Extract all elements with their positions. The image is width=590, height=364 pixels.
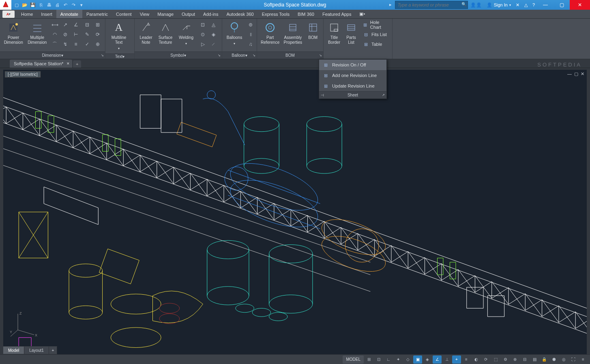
- close-button[interactable]: ✕: [570, 0, 590, 10]
- isolate-icon[interactable]: ◎: [559, 355, 568, 364]
- panel-dimension-label[interactable]: Dimension ▾↘: [0, 51, 105, 59]
- vp-maximize-icon[interactable]: ▢: [574, 71, 578, 77]
- baseline-dim-icon[interactable]: ≡: [71, 40, 81, 49]
- hardware-accel-icon[interactable]: ⬢: [549, 355, 558, 364]
- surface-texture-button[interactable]: Surface Texture: [157, 20, 174, 46]
- minimize-button[interactable]: —: [537, 0, 554, 10]
- layout-tab-model[interactable]: Model: [3, 347, 24, 354]
- sheet-dropdown-footer[interactable]: ⊣Sheet↗: [319, 91, 386, 98]
- app-logo[interactable]: [0, 0, 11, 10]
- title-border-button[interactable]: Title Border: [326, 20, 342, 46]
- plot-icon[interactable]: 🖶: [45, 1, 53, 9]
- ortho-icon[interactable]: ∟: [384, 355, 393, 364]
- balloons-button[interactable]: Balloons▾: [225, 20, 244, 47]
- save-icon[interactable]: 💾: [29, 1, 36, 9]
- search-icon[interactable]: 🔍: [461, 2, 466, 6]
- hole-chart-button[interactable]: ⊞Hole Chart: [360, 20, 390, 29]
- part-reference-button[interactable]: Part Reference: [260, 20, 281, 46]
- menu-plugin-icon[interactable]: ▣•: [355, 10, 369, 18]
- panel-text-label[interactable]: Text ▾: [105, 54, 134, 59]
- power-dimension-button[interactable]: Power Dimension: [2, 20, 25, 46]
- vp-minimize-icon[interactable]: —: [567, 71, 572, 77]
- quickprops-icon[interactable]: ▤: [530, 355, 539, 364]
- cleanscreen-icon[interactable]: ⛶: [569, 355, 578, 364]
- search-go-icon[interactable]: ▸: [389, 2, 392, 7]
- menu-content[interactable]: Content: [112, 10, 136, 18]
- edge-icon[interactable]: ⟋: [208, 40, 218, 49]
- print-icon[interactable]: 🖨: [54, 1, 61, 9]
- search-input[interactable]: [395, 1, 468, 9]
- panel-balloon-label[interactable]: Balloon ▾↘: [222, 51, 257, 59]
- anno-monitor-icon[interactable]: ⊕: [511, 355, 519, 364]
- jog-dim-icon[interactable]: ↯: [60, 40, 70, 49]
- menu-home[interactable]: Home: [17, 10, 37, 18]
- vp-close-icon[interactable]: ✕: [581, 71, 584, 77]
- menu-insert[interactable]: Insert: [37, 10, 56, 18]
- leader-note-button[interactable]: A Leader Note: [137, 20, 155, 46]
- balloon-collect-icon[interactable]: ⫴: [246, 30, 255, 39]
- aligned-dim-icon[interactable]: ↗: [60, 20, 70, 29]
- panel-bom-label[interactable]: BOM↘: [257, 51, 323, 59]
- status-model-button[interactable]: MODEL: [343, 355, 364, 364]
- file-tab[interactable]: Softpedia Space Station*✕: [10, 60, 72, 68]
- menu-autodesk360[interactable]: Autodesk 360: [222, 10, 257, 18]
- angular-dim-icon[interactable]: ∠: [71, 20, 81, 29]
- datum-target-icon[interactable]: ⊙: [198, 30, 208, 39]
- balloon-renumber-icon[interactable]: ♫: [246, 40, 255, 49]
- diameter-dim-icon[interactable]: ⊘: [60, 30, 70, 39]
- radius-dim-icon[interactable]: ◠: [50, 30, 60, 39]
- fits-list-button[interactable]: ⊟Fits List: [360, 30, 390, 39]
- update-dim-icon[interactable]: ⟳: [93, 30, 103, 39]
- 3dosnap-icon[interactable]: ◈: [423, 355, 432, 364]
- balloon-ref-icon[interactable]: ⊚: [246, 20, 255, 29]
- assembly-properties-button[interactable]: Assembly Properties: [282, 20, 303, 46]
- check-dim-icon[interactable]: ✓: [82, 40, 92, 49]
- arc-dim-icon[interactable]: ⌒: [50, 40, 60, 49]
- maximize-button[interactable]: ▢: [554, 0, 570, 10]
- cycling-icon[interactable]: ⟳: [481, 355, 490, 364]
- close-tab-icon[interactable]: ✕: [67, 62, 70, 66]
- transparency-icon[interactable]: ◐: [472, 355, 481, 364]
- continue-dim-icon[interactable]: ⊞: [93, 20, 103, 29]
- update-revision-item[interactable]: ⊞Update Revision Line: [319, 81, 386, 91]
- fcf-icon[interactable]: ⊡: [198, 20, 208, 29]
- new-icon[interactable]: ▢: [13, 1, 20, 9]
- viewport-label[interactable]: [-][SW Isometric]: [5, 71, 41, 77]
- stay-connected-icon[interactable]: △: [522, 0, 530, 10]
- datum-id-icon[interactable]: ◬: [208, 20, 218, 29]
- menu-output[interactable]: Output: [178, 10, 199, 18]
- center-mark-icon[interactable]: ⊕: [93, 40, 103, 49]
- multiple-dimension-button[interactable]: Multiple Dimension: [26, 20, 49, 46]
- redo-icon[interactable]: ↷: [70, 1, 77, 9]
- menu-featuredapps[interactable]: Featured Apps: [318, 10, 356, 18]
- otrack-icon[interactable]: ∠: [433, 355, 442, 364]
- dyn-icon[interactable]: +: [452, 355, 461, 364]
- units-icon[interactable]: ⊟: [520, 355, 529, 364]
- panel-expand-icon[interactable]: ↘: [101, 54, 104, 57]
- menu-manage[interactable]: Manage: [153, 10, 178, 18]
- isodraft-icon[interactable]: ◇: [403, 355, 412, 364]
- parts-list-button[interactable]: Parts List: [344, 20, 358, 46]
- linear-dim-icon[interactable]: ⟷: [50, 20, 60, 29]
- pin-icon[interactable]: ⊣: [321, 93, 324, 97]
- osnap-icon[interactable]: ▣: [413, 355, 422, 364]
- saveas-icon[interactable]: ⎘: [37, 1, 45, 9]
- menu-annotate[interactable]: Annotate: [56, 10, 82, 18]
- layout-tab-add[interactable]: +: [49, 347, 57, 354]
- menu-view[interactable]: View: [136, 10, 154, 18]
- annotation-scale-icon[interactable]: ⬚: [491, 355, 500, 364]
- help-icon[interactable]: ?: [530, 0, 537, 10]
- polar-icon[interactable]: ✦: [394, 355, 403, 364]
- customize-icon[interactable]: ≡: [579, 355, 588, 364]
- panel-expand-icon[interactable]: ↘: [218, 54, 221, 57]
- signin-button[interactable]: 👤Sign In▾: [484, 0, 513, 10]
- taper-icon[interactable]: ▷: [198, 40, 208, 49]
- collapse-icon[interactable]: ↗: [382, 93, 385, 97]
- break-dim-icon[interactable]: ⊟: [82, 20, 92, 29]
- bom-button[interactable]: BOM: [305, 20, 321, 41]
- menu-parametric[interactable]: Parametric: [82, 10, 112, 18]
- layout-tab-layout1[interactable]: Layout1: [24, 347, 49, 354]
- viewport[interactable]: [-][SW Isometric] — ▢ ✕: [3, 70, 587, 354]
- panel-expand-icon[interactable]: ↘: [253, 54, 255, 57]
- panel-expand-icon[interactable]: ↘: [319, 54, 322, 57]
